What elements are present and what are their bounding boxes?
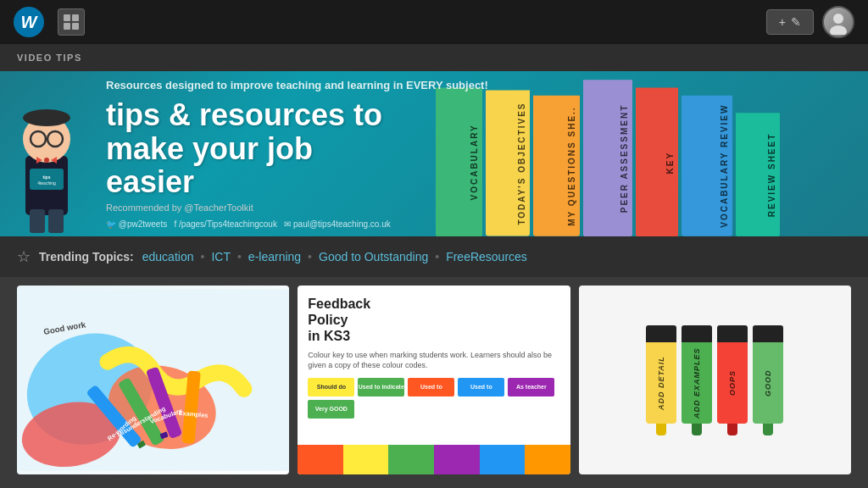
- plus-icon: +: [779, 15, 786, 29]
- topbar-right: + ✎: [766, 6, 854, 38]
- banner-top-text: Resources designed to improve teaching a…: [106, 79, 843, 92]
- card2-title: FeedbackPolicyin KS3: [308, 296, 370, 345]
- topbar-left: W: [14, 7, 85, 37]
- card3-image: ADD DETAIL ADD EXAMPLES OOPS GOOD: [579, 286, 851, 474]
- banner: tips 4teaching Resources designed to imp…: [0, 71, 868, 236]
- svg-rect-1: [72, 14, 79, 21]
- banner-content: Resources designed to improve teaching a…: [0, 71, 868, 236]
- topic-free-resources[interactable]: FreeResources: [446, 250, 527, 263]
- separator-4: •: [435, 250, 439, 263]
- avatar-image: [824, 8, 853, 36]
- svg-rect-16: [48, 209, 64, 233]
- banner-social-links: 🐦 @pw2tweets f /pages/Tips4teachingcouk …: [106, 219, 843, 229]
- email-link[interactable]: ✉ paul@tips4teaching.co.uk: [284, 219, 390, 229]
- svg-rect-15: [30, 209, 45, 233]
- separator-2: •: [237, 250, 242, 263]
- card1-image: Re-wording Misunderstanding Vocabulary E…: [17, 286, 289, 474]
- twitter-link[interactable]: 🐦 @pw2tweets: [106, 219, 167, 229]
- facebook-link[interactable]: f /pages/Tips4teachingcouk: [175, 219, 277, 229]
- wordpress-logo[interactable]: W: [14, 7, 44, 37]
- svg-rect-2: [64, 23, 70, 30]
- marker-add-detail: ADD DETAIL: [646, 325, 676, 435]
- svg-text:4teaching: 4teaching: [37, 180, 56, 186]
- section-label: VIDEO TIPS: [0, 44, 868, 71]
- star-icon: ☆: [17, 247, 31, 266]
- card-1[interactable]: Re-wording Misunderstanding Vocabulary E…: [17, 286, 289, 474]
- banner-title-line2: make your job: [106, 131, 313, 166]
- card-3[interactable]: ADD DETAIL ADD EXAMPLES OOPS GOOD: [579, 286, 851, 474]
- section-label-text: VIDEO TIPS: [17, 53, 82, 63]
- card-2[interactable]: FeedbackPolicyin KS3 Colour key to use w…: [298, 286, 570, 474]
- svg-point-8: [23, 109, 70, 126]
- topic-education[interactable]: education: [142, 250, 194, 263]
- top-navigation-bar: W + ✎: [0, 0, 868, 44]
- marker-add-examples: ADD EXAMPLES: [682, 325, 712, 435]
- banner-main-title: tips & resources to make your job easier: [106, 98, 843, 199]
- svg-point-14: [44, 158, 49, 163]
- topic-elearning[interactable]: e-learning: [248, 250, 301, 263]
- trending-topics-list: education • ICT • e-learning • Good to O…: [142, 250, 527, 263]
- svg-rect-0: [64, 14, 70, 21]
- topic-good-outstanding[interactable]: Good to Outstanding: [319, 250, 428, 263]
- banner-character: tips 4teaching: [0, 84, 93, 236]
- new-post-button[interactable]: + ✎: [766, 9, 814, 35]
- svg-point-4: [833, 14, 843, 24]
- marker-good: GOOD: [753, 325, 783, 435]
- banner-subtitle: Recommended by @TeacherToolkit: [106, 202, 843, 213]
- marker-oops: OOPS: [717, 325, 748, 435]
- card2-subtitle: Colour key to use when marking students …: [308, 350, 559, 371]
- separator-3: •: [308, 250, 312, 263]
- svg-text:tips: tips: [43, 175, 51, 180]
- svg-rect-3: [72, 23, 79, 30]
- separator-1: •: [200, 250, 204, 263]
- card2-image: FeedbackPolicyin KS3 Colour key to use w…: [298, 286, 570, 474]
- admin-panel-icon[interactable]: [58, 8, 85, 36]
- trending-label: Trending Topics:: [39, 250, 134, 263]
- user-avatar[interactable]: [822, 6, 854, 38]
- svg-point-5: [830, 25, 847, 35]
- banner-title-line3: easier: [106, 164, 194, 199]
- trending-topics-bar: ☆ Trending Topics: education • ICT • e-l…: [0, 236, 868, 277]
- topic-ict[interactable]: ICT: [211, 250, 231, 263]
- edit-icon: ✎: [791, 15, 801, 29]
- cards-grid: Re-wording Misunderstanding Vocabulary E…: [0, 277, 868, 483]
- banner-title-line1: tips & resources to: [106, 97, 382, 132]
